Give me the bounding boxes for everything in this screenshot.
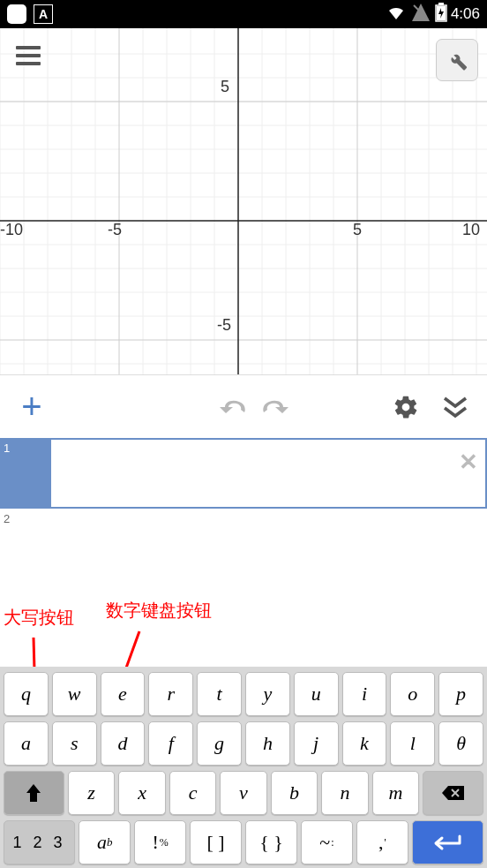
shift-key[interactable] xyxy=(4,771,64,815)
key-n[interactable]: n xyxy=(321,771,368,815)
annotation-numpad: 数字键盘按钮 xyxy=(106,599,212,623)
key-j[interactable]: j xyxy=(294,721,339,766)
key-z[interactable]: z xyxy=(68,771,115,815)
key-g[interactable]: g xyxy=(197,721,242,766)
key-theta[interactable]: θ xyxy=(438,721,483,766)
key-s[interactable]: s xyxy=(52,721,97,766)
annotation-caps: 大写按钮 xyxy=(4,606,74,630)
key-h[interactable]: h xyxy=(245,721,290,766)
virtual-keyboard: q w e r t y u i o p a s d f g h j k l θ … xyxy=(0,667,487,868)
key-k[interactable]: k xyxy=(342,721,387,766)
redo-button[interactable] xyxy=(254,388,293,426)
key-x[interactable]: x xyxy=(118,771,165,815)
comma-key[interactable]: ,' xyxy=(356,820,408,864)
key-a[interactable]: a xyxy=(4,721,49,766)
key-d[interactable]: d xyxy=(101,721,146,766)
backspace-key[interactable] xyxy=(423,771,483,815)
tilde-key[interactable]: ~: xyxy=(301,820,353,864)
status-time: 4:06 xyxy=(451,5,480,23)
collapse-button[interactable] xyxy=(436,388,475,426)
menu-button[interactable] xyxy=(16,46,44,67)
add-expression-button[interactable]: + xyxy=(12,388,51,426)
x-tick-neg10: -10 xyxy=(0,221,23,239)
key-e[interactable]: e xyxy=(101,672,146,716)
key-y[interactable]: y xyxy=(245,672,290,716)
key-q[interactable]: q xyxy=(4,672,49,716)
expression-toolbar: + xyxy=(0,374,487,438)
key-c[interactable]: c xyxy=(169,771,216,815)
graph-canvas[interactable]: 5 -5 -10 -5 5 10 xyxy=(0,28,487,374)
app-indicator-icon: A xyxy=(34,4,53,24)
key-w[interactable]: w xyxy=(52,672,97,716)
expression-row-1[interactable]: 1 ✕ xyxy=(0,438,487,509)
x-tick-neg5: -5 xyxy=(108,221,122,239)
expression-index: 2 xyxy=(0,509,49,533)
x-tick-5: 5 xyxy=(353,221,362,239)
status-bar: A 4:06 xyxy=(0,0,487,28)
settings-button[interactable] xyxy=(386,388,425,426)
key-r[interactable]: r xyxy=(148,672,193,716)
braces-key[interactable]: { } xyxy=(245,820,297,864)
factorial-key[interactable]: !% xyxy=(134,820,186,864)
recent-app-icon xyxy=(7,4,26,24)
key-p[interactable]: p xyxy=(438,672,483,716)
x-tick-10: 10 xyxy=(462,221,480,239)
key-m[interactable]: m xyxy=(372,771,419,815)
expression-input-1[interactable]: ✕ xyxy=(49,438,487,509)
expression-input-2[interactable] xyxy=(49,509,487,533)
expression-list: 1 ✕ 2 大写按钮 数字键盘按钮 xyxy=(0,438,487,597)
subscript-key[interactable]: ab xyxy=(79,820,131,864)
svg-rect-2 xyxy=(438,3,444,5)
wifi-icon xyxy=(386,2,407,27)
key-v[interactable]: v xyxy=(220,771,266,815)
undo-button[interactable] xyxy=(215,388,254,426)
battery-charging-icon xyxy=(435,3,447,26)
expression-row-2[interactable]: 2 xyxy=(0,509,487,533)
key-u[interactable]: u xyxy=(294,672,339,716)
y-tick-5: 5 xyxy=(221,78,229,96)
key-t[interactable]: t xyxy=(197,672,242,716)
no-signal-icon xyxy=(410,2,431,27)
brackets-key[interactable]: [ ] xyxy=(190,820,242,864)
enter-key[interactable] xyxy=(412,820,483,864)
wrench-button[interactable] xyxy=(436,39,478,81)
numpad-key[interactable]: 1 2 3 xyxy=(4,820,75,864)
expression-index: 1 xyxy=(0,438,49,509)
key-l[interactable]: l xyxy=(390,721,435,766)
key-o[interactable]: o xyxy=(390,672,435,716)
key-f[interactable]: f xyxy=(148,721,193,766)
key-b[interactable]: b xyxy=(271,771,318,815)
key-i[interactable]: i xyxy=(342,672,387,716)
y-tick-neg5: -5 xyxy=(217,316,231,335)
close-icon[interactable]: ✕ xyxy=(459,449,478,476)
